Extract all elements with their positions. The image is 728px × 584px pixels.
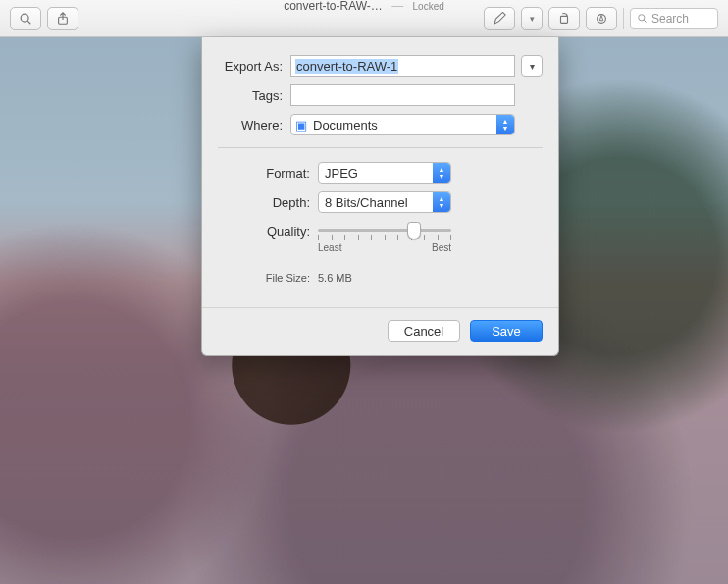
save-button[interactable]: Save	[470, 320, 543, 342]
chevron-down-icon: ▾	[530, 14, 535, 24]
annotate-menu-button[interactable]: ▾	[521, 7, 543, 30]
pen-icon	[493, 12, 506, 26]
export-as-value: convert-to-RAW-1	[295, 59, 398, 74]
window-toolbar: ▾ Search convert-to-RAW-… — Locked	[0, 0, 728, 37]
filesize-value: 5.6 MB	[318, 272, 352, 284]
format-select[interactable]: JPEG ▲▼	[318, 162, 451, 184]
export-as-field[interactable]: convert-to-RAW-1	[290, 55, 515, 77]
svg-point-5	[639, 15, 645, 21]
where-label: Where:	[218, 118, 290, 133]
where-value: Documents	[313, 118, 378, 133]
magnifier-icon	[19, 12, 32, 26]
slider-thumb[interactable]	[407, 222, 421, 239]
zoom-button[interactable]	[10, 7, 41, 30]
slider-track	[318, 229, 451, 232]
window-title: convert-to-RAW-…	[284, 0, 383, 13]
stepper-icon: ▲▼	[496, 115, 514, 134]
tags-field[interactable]	[290, 84, 515, 106]
svg-line-6	[644, 20, 646, 22]
stepper-icon: ▲▼	[433, 163, 450, 183]
toolbar-separator	[623, 8, 624, 29]
format-value: JPEG	[325, 166, 358, 181]
sheet-divider	[218, 147, 543, 148]
quality-slider[interactable]: Least Best	[318, 221, 451, 250]
locked-label: Locked	[413, 1, 444, 12]
depth-select[interactable]: 8 Bits/Channel ▲▼	[318, 191, 451, 213]
svg-line-1	[27, 21, 30, 24]
depth-value: 8 Bits/Channel	[325, 195, 408, 210]
quality-min-label: Least	[318, 242, 341, 253]
format-label: Format:	[257, 166, 318, 181]
markup-button[interactable]	[586, 7, 617, 30]
chevron-down-icon: ▾	[530, 61, 535, 72]
annotate-button[interactable]	[484, 7, 515, 30]
svg-point-0	[21, 14, 28, 22]
svg-rect-3	[561, 16, 568, 23]
rotate-icon	[557, 12, 571, 26]
slider-ticks	[318, 235, 451, 240]
share-button[interactable]	[47, 7, 78, 30]
where-select[interactable]: ▣ Documents ▲▼	[290, 114, 515, 135]
quality-label: Quality:	[257, 221, 318, 239]
markup-icon	[595, 12, 608, 26]
toolbar-search[interactable]: Search	[630, 8, 718, 29]
tags-label: Tags:	[218, 88, 290, 103]
stepper-icon: ▲▼	[433, 192, 450, 212]
window-title-area: convert-to-RAW-… — Locked	[0, 0, 728, 13]
export-as-label: Export As:	[218, 59, 290, 74]
save-button-label: Save	[492, 324, 521, 339]
export-sheet: Export As: convert-to-RAW-1 ▾ Tags: Wher…	[201, 37, 559, 356]
share-icon	[56, 12, 70, 26]
quality-max-label: Best	[432, 242, 451, 253]
rotate-button[interactable]	[548, 7, 580, 30]
folder-icon: ▣	[295, 118, 307, 133]
filename-history-button[interactable]: ▾	[521, 55, 543, 77]
filesize-label: File Size:	[257, 272, 318, 284]
depth-label: Depth:	[257, 195, 318, 210]
search-icon	[637, 13, 648, 24]
search-placeholder: Search	[651, 12, 689, 26]
cancel-button-label: Cancel	[404, 324, 443, 339]
cancel-button[interactable]: Cancel	[388, 320, 460, 342]
